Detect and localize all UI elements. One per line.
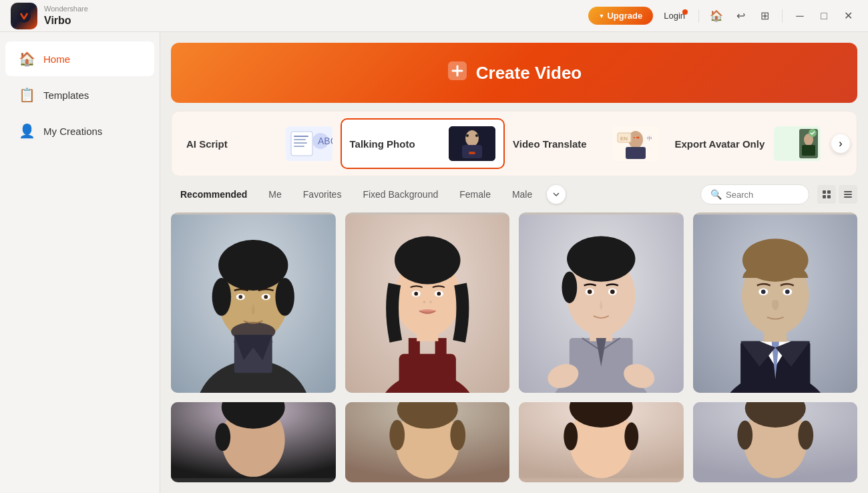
sidebar-my-creations-label: My Creations bbox=[43, 126, 102, 137]
search-input[interactable] bbox=[726, 190, 799, 200]
export-avatar-label: Export Avatar Only bbox=[675, 138, 769, 150]
svg-text:EN: EN bbox=[620, 136, 628, 142]
talking-photo-thumb bbox=[449, 126, 495, 161]
avatar-img-harper bbox=[519, 212, 684, 393]
avatar-img-partial-3 bbox=[519, 402, 684, 482]
separator2 bbox=[782, 9, 783, 23]
upgrade-button[interactable]: Upgrade bbox=[588, 7, 654, 25]
sidebar-item-home[interactable]: 🏠 Home bbox=[5, 41, 154, 76]
svg-point-94 bbox=[450, 420, 465, 451]
svg-point-47 bbox=[264, 295, 268, 299]
notification-dot bbox=[682, 9, 688, 15]
svg-rect-51 bbox=[399, 354, 455, 393]
export-avatar-thumb bbox=[774, 126, 821, 161]
svg-rect-53 bbox=[435, 338, 446, 363]
brand-bottom: Virbo bbox=[44, 14, 88, 27]
filter-me[interactable]: Me bbox=[259, 185, 290, 204]
avatar-card-partial-1[interactable] bbox=[171, 402, 336, 482]
svg-point-93 bbox=[389, 420, 405, 451]
feature-tabs: AI Script ABC Talking Photo bbox=[171, 111, 857, 176]
svg-point-0 bbox=[17, 9, 31, 23]
svg-point-14 bbox=[466, 134, 469, 137]
avatar-card-partial-3[interactable] bbox=[519, 402, 684, 482]
app-logo bbox=[11, 3, 37, 29]
svg-point-60 bbox=[437, 292, 441, 296]
main-content: Create Video AI Script ABC bbox=[160, 32, 868, 493]
maximize-button[interactable]: □ bbox=[815, 7, 833, 25]
filter-recommended[interactable]: Recommended bbox=[171, 185, 256, 204]
svg-point-42 bbox=[275, 278, 294, 316]
filter-row: Recommended Me Favorites Fixed Backgroun… bbox=[171, 184, 857, 204]
home-nav-icon: 🏠 bbox=[19, 51, 35, 67]
avatar-grid: Brandt-Casual bbox=[171, 212, 857, 482]
svg-rect-34 bbox=[844, 196, 852, 198]
svg-point-41 bbox=[212, 278, 231, 316]
tab-export-avatar-only[interactable]: Export Avatar Only bbox=[667, 120, 829, 168]
create-plus-icon bbox=[447, 60, 468, 86]
svg-point-56 bbox=[394, 236, 460, 284]
close-button[interactable]: ✕ bbox=[839, 7, 857, 25]
main-layout: 🏠 Home 📋 Templates 👤 My Creations Create bbox=[0, 32, 868, 493]
svg-rect-7 bbox=[294, 146, 304, 147]
filter-more-button[interactable] bbox=[547, 185, 566, 204]
svg-point-15 bbox=[475, 134, 478, 137]
avatar-card-amber[interactable]: Amber - Fashion bbox=[345, 212, 510, 393]
svg-rect-4 bbox=[294, 136, 308, 137]
title-bar: Wondershare Virbo Upgrade Login 🏠 ↩ ⊞ ─ … bbox=[0, 0, 868, 32]
banner-content: Create Video bbox=[447, 60, 582, 86]
svg-point-85 bbox=[785, 290, 789, 295]
view-toggle bbox=[817, 185, 857, 204]
avatar-img-partial-2 bbox=[345, 402, 510, 482]
avatar-card-partial-4[interactable] bbox=[693, 402, 858, 482]
tab-talking-photo[interactable]: Talking Photo bbox=[341, 118, 505, 169]
svg-rect-28 bbox=[823, 190, 826, 194]
svg-rect-5 bbox=[294, 139, 306, 140]
title-bar-actions: Upgrade Login 🏠 ↩ ⊞ ─ □ ✕ bbox=[588, 7, 857, 25]
my-creations-nav-icon: 👤 bbox=[19, 123, 35, 139]
svg-rect-13 bbox=[469, 152, 475, 154]
sidebar-item-templates[interactable]: 📋 Templates bbox=[5, 77, 154, 112]
svg-rect-52 bbox=[408, 338, 419, 363]
home-icon[interactable]: 🏠 bbox=[707, 7, 726, 25]
sidebar-home-label: Home bbox=[43, 53, 70, 65]
svg-point-58 bbox=[414, 292, 418, 296]
svg-point-62 bbox=[429, 301, 432, 303]
search-icon: 🔍 bbox=[710, 189, 722, 200]
filter-female[interactable]: Female bbox=[450, 185, 500, 204]
filter-male[interactable]: Male bbox=[503, 185, 541, 204]
create-video-banner[interactable]: Create Video bbox=[171, 43, 857, 103]
tab-ai-script[interactable]: AI Script ABC bbox=[178, 120, 341, 168]
avatar-card-gabriel[interactable]: Gabriel-Business bbox=[693, 212, 858, 393]
svg-rect-30 bbox=[823, 195, 826, 198]
svg-rect-29 bbox=[827, 190, 831, 194]
avatar-img-amber bbox=[345, 212, 510, 393]
list-view-button[interactable] bbox=[839, 185, 857, 204]
avatar-card-harper[interactable]: Harper-Promotion bbox=[519, 212, 684, 393]
create-video-label: Create Video bbox=[476, 63, 582, 84]
svg-point-11 bbox=[465, 130, 479, 146]
svg-point-71 bbox=[562, 271, 577, 303]
brand-top: Wondershare bbox=[44, 5, 88, 13]
avatar-card-partial-2[interactable] bbox=[345, 402, 510, 482]
avatar-card-brandt[interactable]: Brandt-Casual bbox=[171, 212, 336, 393]
sidebar: 🏠 Home 📋 Templates 👤 My Creations bbox=[0, 32, 160, 493]
separator bbox=[698, 9, 699, 23]
talking-photo-label: Talking Photo bbox=[350, 138, 444, 150]
grid-view-button[interactable] bbox=[817, 185, 836, 204]
svg-rect-33 bbox=[844, 194, 852, 195]
svg-point-99 bbox=[624, 422, 638, 450]
refresh-icon[interactable]: ↩ bbox=[731, 7, 750, 25]
minimize-button[interactable]: ─ bbox=[791, 7, 809, 25]
svg-point-40 bbox=[218, 240, 288, 291]
feature-tabs-next-arrow[interactable]: › bbox=[831, 134, 850, 153]
app-name: Wondershare Virbo bbox=[44, 5, 88, 26]
grid-icon[interactable]: ⊞ bbox=[755, 7, 774, 25]
sidebar-item-my-creations[interactable]: 👤 My Creations bbox=[5, 114, 154, 148]
search-box: 🔍 bbox=[700, 184, 809, 204]
svg-point-83 bbox=[761, 290, 765, 295]
filter-favorites[interactable]: Favorites bbox=[294, 185, 351, 204]
login-button[interactable]: Login bbox=[658, 8, 690, 23]
svg-point-75 bbox=[610, 290, 615, 295]
tab-video-translate[interactable]: Video Translate EN 中 bbox=[505, 120, 667, 168]
filter-fixed-background[interactable]: Fixed Background bbox=[353, 185, 447, 204]
